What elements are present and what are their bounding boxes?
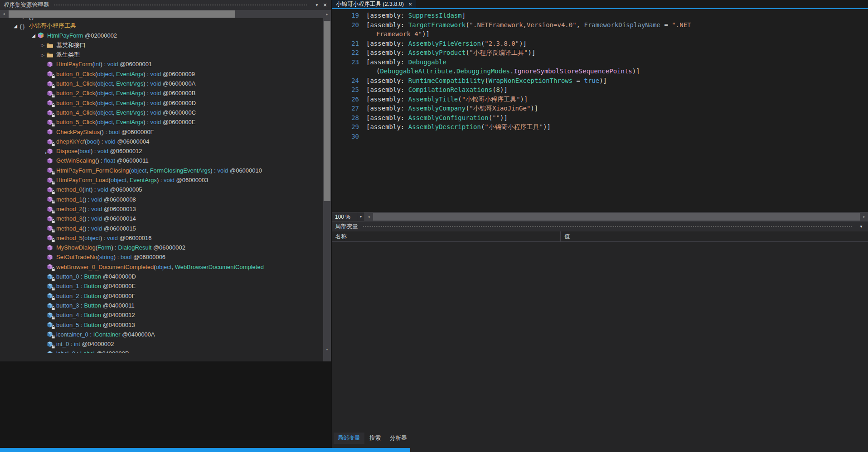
- window-background: [0, 361, 331, 452]
- tree-row[interactable]: webBrowser_0_DocumentCompleted(object, W…: [0, 262, 323, 272]
- zoom-level[interactable]: 100 %: [332, 212, 357, 221]
- tree-row-label: button_2_Click(object, EventArgs) : void…: [56, 88, 195, 98]
- code-text: [assembly: Debuggable: [366, 58, 446, 67]
- tree-vertical-scrollbar[interactable]: [323, 10, 331, 353]
- tree-row-label: method_1() : void @06000008: [56, 195, 136, 204]
- code-text: [assembly: AssemblyTitle("小锦哥小程序工具")]: [366, 95, 528, 104]
- tree-row[interactable]: SetOutTradeNo(string) : bool @06000006: [0, 252, 323, 262]
- field-lock-icon: [46, 292, 54, 299]
- tree-row-label: MyShowDialog(Form) : DialogResult @06000…: [56, 243, 185, 252]
- tree-row[interactable]: method_0(int) : void @06000005: [0, 185, 323, 194]
- tree-row[interactable]: HtmlPayForm @02000002: [0, 31, 323, 40]
- expand-arrow-icon[interactable]: [39, 40, 46, 50]
- document-panel: 小锦哥小程序工具 (2.3.8.0) 19[assembly: Suppress…: [332, 0, 868, 452]
- assembly-tree[interactable]: {}-{}小锦哥小程序工具HtmlPayForm @02000002基类和接口派…: [0, 10, 323, 353]
- tree-row[interactable]: label_0 : Label @0400000B: [0, 349, 323, 353]
- collapse-arrow-icon[interactable]: [30, 30, 37, 40]
- scroll-down-icon[interactable]: [323, 346, 331, 353]
- tree-row-label: method_3() : void @06000014: [56, 214, 136, 223]
- tree-row[interactable]: button_4_Click(object, EventArgs) : void…: [0, 108, 323, 117]
- tree-row[interactable]: dhepKkYcf(bool) : void @06000004: [0, 137, 323, 146]
- scroll-right-icon[interactable]: [323, 10, 331, 18]
- tree-row[interactable]: icontainer_0 : IContainer @0400000A: [0, 330, 323, 339]
- close-icon[interactable]: [321, 1, 329, 9]
- locals-titlebar[interactable]: 局部变量: [332, 221, 868, 231]
- code-text: [assembly: AssemblyFileVersion("2.3.8.0"…: [366, 39, 527, 48]
- tree-row[interactable]: 派生类型: [0, 50, 323, 59]
- tree-row-label: 基类和接口: [56, 40, 86, 50]
- method-lock-icon: [46, 263, 54, 270]
- tree-row[interactable]: *Dispose(bool) : void @06000012: [0, 146, 323, 156]
- line-number: 29: [337, 122, 359, 132]
- method-lock-icon: [46, 138, 54, 145]
- tree-row[interactable]: CheckPayStatus() : bool @0600000F: [0, 127, 323, 137]
- tree-row[interactable]: button_2 : Button @0400000F: [0, 291, 323, 301]
- tree-row[interactable]: button_2_Click(object, EventArgs) : void…: [0, 88, 323, 98]
- tree-row[interactable]: method_4() : void @06000015: [0, 224, 323, 233]
- zoom-dropdown-icon[interactable]: [357, 212, 365, 221]
- tree-row-label: HtmlPayForm_Load(object, EventArgs) : vo…: [56, 175, 209, 185]
- tree-row[interactable]: int_0 : int @04000002: [0, 339, 323, 349]
- tree-row-label: method_5(object) : void @06000016: [56, 233, 152, 243]
- scroll-right-icon[interactable]: [860, 213, 868, 221]
- class-icon: [37, 32, 45, 39]
- code-line: 25[assembly: CompilationRelaxations(8)]: [337, 85, 868, 95]
- vertical-scroll-thumb[interactable]: [324, 21, 330, 201]
- tree-row[interactable]: method_2() : void @06000013: [0, 204, 323, 214]
- expand-arrow-icon[interactable]: [39, 50, 46, 60]
- tree-row[interactable]: method_3() : void @06000014: [0, 214, 323, 223]
- bottom-tab[interactable]: 局部变量: [334, 433, 364, 444]
- tree-row[interactable]: button_5_Click(object, EventArgs) : void…: [0, 117, 323, 127]
- field-lock-icon: [46, 273, 54, 280]
- column-header-name[interactable]: 名称: [332, 231, 561, 241]
- code-view[interactable]: 19[assembly: SuppressIldasm]20[assembly:…: [332, 10, 868, 212]
- chevron-down-icon[interactable]: [313, 1, 321, 9]
- tree-horizontal-scrollbar[interactable]: [0, 10, 331, 18]
- method-lock-icon: [46, 80, 54, 87]
- tree-row[interactable]: method_1() : void @06000008: [0, 195, 323, 204]
- tree-row[interactable]: button_1_Click(object, EventArgs) : void…: [0, 79, 323, 88]
- column-header-value[interactable]: 值: [561, 231, 868, 241]
- method-icon: [46, 157, 54, 164]
- line-number: 19: [337, 11, 359, 20]
- scroll-left-icon[interactable]: [365, 213, 373, 221]
- document-tab[interactable]: 小锦哥小程序工具 (2.3.8.0): [332, 0, 416, 8]
- scroll-left-icon[interactable]: [0, 10, 8, 18]
- tree-row[interactable]: {}小锦哥小程序工具: [0, 21, 323, 30]
- tree-row[interactable]: 基类和接口: [0, 40, 323, 50]
- tree-row-label: method_4() : void @06000015: [56, 224, 136, 233]
- tree-row[interactable]: button_0 : Button @0400000D: [0, 272, 323, 281]
- tree-row[interactable]: button_3_Click(object, EventArgs) : void…: [0, 98, 323, 108]
- code-text: [assembly: AssemblyDescription("小锦哥小程序工具…: [366, 122, 551, 132]
- tree-row[interactable]: button_4 : Button @04000012: [0, 310, 323, 320]
- tree-row[interactable]: HtmlPayForm_Load(object, EventArgs) : vo…: [0, 175, 323, 185]
- collapse-arrow-icon[interactable]: [12, 21, 19, 31]
- code-line: 19[assembly: SuppressIldasm]: [337, 11, 868, 20]
- code-horizontal-scrollbar[interactable]: [365, 212, 868, 221]
- tree-row[interactable]: HtmlPayForm_FormClosing(object, FormClos…: [0, 166, 323, 175]
- code-line: 27[assembly: AssemblyCompany("小锦哥XiaoJin…: [337, 104, 868, 113]
- tab-close-icon[interactable]: [408, 1, 412, 7]
- method-star-icon: *: [46, 148, 54, 155]
- locals-panel: 局部变量 名称 值 局部变量搜索分析器: [332, 221, 868, 452]
- explorer-titlebar[interactable]: 程序集资源管理器: [0, 0, 331, 10]
- tree-row[interactable]: MyShowDialog(Form) : DialogResult @06000…: [0, 243, 323, 252]
- tree-row[interactable]: GetWinScaling() : float @06000011: [0, 156, 323, 165]
- bottom-tab[interactable]: 分析器: [386, 433, 411, 444]
- tree-row-label: button_5_Click(object, EventArgs) : void…: [56, 117, 195, 127]
- document-tabstrip: 小锦哥小程序工具 (2.3.8.0): [332, 0, 868, 9]
- horizontal-scroll-thumb[interactable]: [9, 10, 235, 18]
- tree-row[interactable]: method_5(object) : void @06000016: [0, 233, 323, 243]
- tree-row-label: label_0 : Label @0400000B: [56, 349, 129, 353]
- tree-row[interactable]: button_3 : Button @04000011: [0, 301, 323, 310]
- method-lock-icon: [46, 70, 54, 77]
- chevron-down-icon[interactable]: [857, 222, 865, 231]
- tree-row[interactable]: button_1 : Button @0400000E: [0, 281, 323, 291]
- bottom-tab[interactable]: 搜索: [365, 433, 385, 444]
- tree-row[interactable]: button_5 : Button @04000013: [0, 320, 323, 330]
- locals-grid[interactable]: [332, 242, 868, 431]
- titlebar-grip: [53, 4, 308, 6]
- tree-row[interactable]: button_0_Click(object, EventArgs) : void…: [0, 69, 323, 79]
- horizontal-scroll-thumb[interactable]: [373, 213, 860, 221]
- tree-row[interactable]: HtmlPayForm(int) : void @06000001: [0, 59, 323, 69]
